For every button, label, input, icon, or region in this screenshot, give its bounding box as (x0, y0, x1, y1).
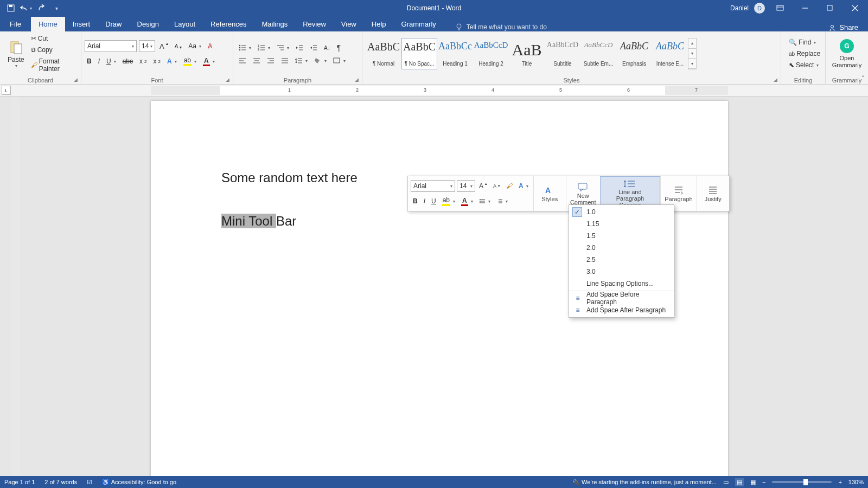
multilevel-list-button[interactable]: ▾ (275, 43, 291, 52)
tab-selector-button[interactable]: L (2, 86, 11, 95)
mini-styles-quick-button[interactable]: A▾ (516, 181, 531, 191)
document-page[interactable]: Some random text here Mini Tool Bar Aria… (151, 101, 728, 476)
style-subtle-em-[interactable]: AaBbCcDSubtle Em... (580, 38, 616, 69)
mini-italic-button[interactable]: I (422, 196, 427, 206)
font-color-button[interactable]: A▾ (201, 56, 217, 67)
style-intense-e-[interactable]: AaBbCIntense E... (652, 38, 688, 69)
spacing-option-3-0[interactable]: 3.0 (569, 266, 674, 278)
tab-insert[interactable]: Insert (65, 17, 98, 31)
align-center-button[interactable] (251, 56, 263, 65)
grow-font-button[interactable]: A▴ (157, 41, 170, 52)
align-right-button[interactable] (265, 56, 277, 65)
add-space-after-paragraph[interactable]: ≡Add Space After Paragraph (569, 304, 674, 316)
numbering-button[interactable]: 123▾ (256, 43, 272, 52)
zoom-level[interactable]: 130% (848, 479, 864, 485)
user-name[interactable]: Daniel (730, 4, 749, 12)
style--no-spac-[interactable]: AaBbC¶ No Spac... (401, 38, 437, 69)
style-title[interactable]: AaBTitle (509, 38, 545, 69)
select-button[interactable]: ⬉Select▾ (787, 60, 822, 70)
vertical-ruler[interactable] (11, 97, 20, 476)
tab-layout[interactable]: Layout (167, 17, 203, 31)
paragraph-dialog-launcher[interactable]: ◢ (353, 77, 360, 84)
bullets-button[interactable]: ▾ (237, 43, 253, 52)
mini-format-painter-button[interactable]: 🖌 (504, 181, 515, 191)
status-page[interactable]: Page 1 of 1 (4, 479, 35, 485)
mini-font-name-combo[interactable]: Arial▾ (411, 180, 455, 192)
open-grammarly-button[interactable]: G Open Grammarly (828, 34, 866, 74)
font-name-combo[interactable]: Arial▾ (85, 40, 137, 52)
style--normal[interactable]: AaBbC¶ Normal (366, 38, 401, 69)
minimize-button[interactable] (795, 0, 815, 16)
zoom-out-button[interactable]: − (762, 479, 765, 485)
change-case-button[interactable]: Aa▾ (186, 41, 203, 51)
tab-review[interactable]: Review (295, 17, 334, 31)
copy-button[interactable]: ⧉Copy (29, 45, 78, 55)
doc-line-2[interactable]: Mini Tool Bar (221, 214, 358, 229)
share-button[interactable]: Share (828, 23, 868, 31)
redo-button[interactable] (35, 2, 48, 15)
justify-button[interactable] (279, 56, 291, 65)
sort-button[interactable]: A↓ (322, 44, 333, 52)
mini-shrink-font-button[interactable]: A▾ (491, 182, 502, 190)
undo-button[interactable]: ▾ (20, 2, 33, 15)
mini-grow-font-button[interactable]: A▴ (477, 181, 489, 191)
underline-button[interactable]: U▾ (104, 56, 118, 66)
spacing-option-2-0[interactable]: 2.0 (569, 242, 674, 254)
clipboard-dialog-launcher[interactable]: ◢ (72, 77, 79, 84)
mini-justify-button[interactable]: Justify (697, 176, 729, 211)
tab-help[interactable]: Help (364, 17, 394, 31)
replace-button[interactable]: abReplace (787, 49, 822, 59)
zoom-slider[interactable] (772, 481, 832, 483)
status-words[interactable]: 2 of 7 words (44, 479, 77, 485)
format-painter-button[interactable]: 🖌Format Painter (29, 56, 78, 74)
find-button[interactable]: 🔍Find▾ (787, 37, 822, 47)
spacing-option-1-15[interactable]: 1.15 (569, 218, 674, 230)
style-subtitle[interactable]: AaBbCcDSubtitle (545, 38, 580, 69)
view-read-mode-button[interactable]: ▭ (723, 479, 729, 486)
mini-bold-button[interactable]: B (411, 196, 420, 206)
bold-button[interactable]: B (85, 56, 94, 66)
spacing-option-1-0[interactable]: ✓1.0 (569, 206, 674, 218)
spacing-option-1-5[interactable]: 1.5 (569, 230, 674, 242)
tab-grammarly[interactable]: Grammarly (394, 17, 444, 31)
selected-text[interactable]: Mini Tool (221, 214, 276, 228)
mini-styles-button[interactable]: A Styles (533, 176, 566, 211)
align-left-button[interactable] (237, 56, 248, 65)
horizontal-ruler[interactable]: 123 4567 (151, 86, 728, 95)
font-size-combo[interactable]: 14▾ (139, 40, 155, 52)
document-content[interactable]: Some random text here Mini Tool Bar (221, 170, 358, 229)
zoom-in-button[interactable]: + (838, 479, 841, 485)
style-heading-1[interactable]: AaBbCcHeading 1 (437, 38, 473, 69)
ribbon-display-options-button[interactable] (770, 0, 790, 16)
tab-file[interactable]: File (0, 17, 31, 31)
add-space-before-paragraph[interactable]: ≡Add Space Before Paragraph (569, 292, 674, 304)
user-avatar[interactable]: D (754, 3, 765, 14)
tab-mailings[interactable]: Mailings (254, 17, 296, 31)
borders-button[interactable]: ▾ (331, 56, 348, 65)
subscript-button[interactable]: x2 (137, 56, 149, 66)
qat-customize-button[interactable]: ▾ (50, 2, 63, 15)
tab-references[interactable]: References (203, 17, 254, 31)
italic-button[interactable]: I (96, 56, 102, 66)
styles-gallery-scroll[interactable]: ▴▾▾ (688, 38, 697, 69)
increase-indent-button[interactable] (308, 43, 320, 52)
view-print-layout-button[interactable]: ▤ (735, 478, 744, 486)
mini-bullets-button[interactable]: ▾ (477, 197, 493, 205)
tab-design[interactable]: Design (130, 17, 167, 31)
mini-numbering-button[interactable]: ▾ (494, 197, 510, 205)
decrease-indent-button[interactable] (293, 43, 305, 52)
text-effects-button[interactable]: A▾ (165, 56, 179, 66)
font-dialog-launcher[interactable]: ◢ (224, 77, 231, 84)
highlight-button[interactable]: ab▾ (181, 55, 199, 67)
collapse-ribbon-button[interactable]: ˄ (861, 75, 865, 82)
tab-draw[interactable]: Draw (98, 17, 129, 31)
style-emphasis[interactable]: AaBbCEmphasis (616, 38, 652, 69)
strikethrough-button[interactable]: abc (120, 56, 135, 66)
shrink-font-button[interactable]: A▾ (173, 42, 184, 50)
clear-formatting-button[interactable]: A̷ (206, 41, 214, 51)
save-button[interactable] (4, 2, 17, 15)
shading-button[interactable]: ▾ (312, 56, 329, 65)
styles-dialog-launcher[interactable]: ◢ (772, 77, 778, 84)
status-proofing-icon[interactable]: ☑ (87, 479, 92, 486)
spacing-option-2-5[interactable]: 2.5 (569, 254, 674, 266)
